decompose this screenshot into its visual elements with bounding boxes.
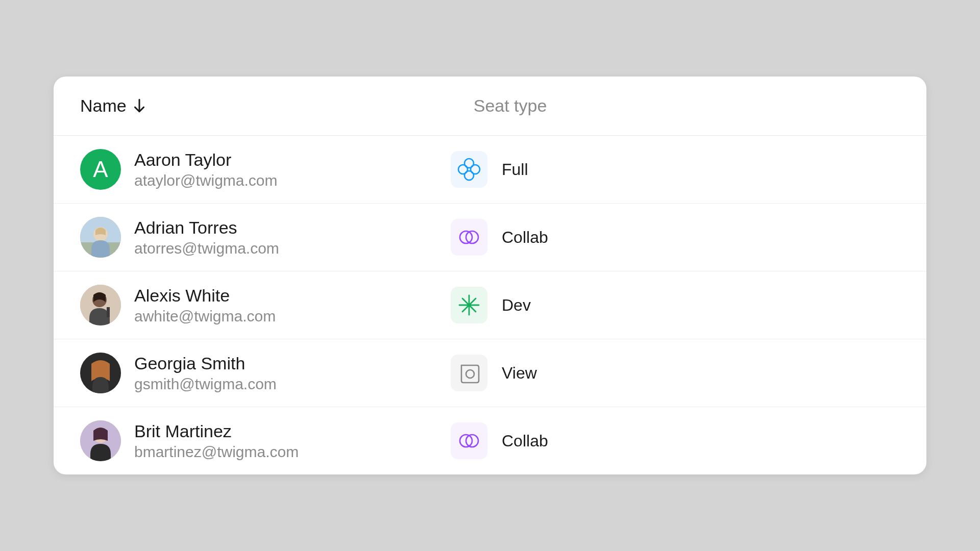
name-cell: Aaron Taylor ataylor@twigma.com [134, 150, 451, 189]
table-row[interactable]: Georgia Smith gsmith@twigma.com View [54, 339, 926, 407]
view-seat-icon [451, 355, 487, 391]
name-cell: Brit Martinez bmartinez@twigma.com [134, 421, 451, 461]
table-header: Name Seat type [54, 77, 926, 136]
user-name: Aaron Taylor [134, 150, 451, 170]
seat-type-label: Full [502, 160, 528, 179]
user-email: atorres@twigma.com [134, 240, 451, 257]
seat-cell[interactable]: View [451, 355, 537, 391]
table-row[interactable]: Brit Martinez bmartinez@twigma.com Colla… [54, 407, 926, 474]
seat-cell[interactable]: Collab [451, 219, 548, 256]
avatar [80, 353, 121, 393]
avatar [80, 420, 121, 461]
seat-cell[interactable]: Collab [451, 422, 548, 459]
table-row[interactable]: A Aaron Taylor ataylor@twigma.com Full [54, 136, 926, 204]
column-header-name-label: Name [80, 96, 127, 116]
seat-cell[interactable]: Full [451, 151, 528, 188]
user-email: bmartinez@twigma.com [134, 443, 451, 461]
avatar-initial: A [93, 157, 108, 182]
table-row[interactable]: Alexis White awhite@twigma.com Dev [54, 271, 926, 339]
name-cell: Adrian Torres atorres@twigma.com [134, 218, 451, 257]
user-email: ataylor@twigma.com [134, 172, 451, 189]
sort-descending-icon [133, 98, 146, 114]
collab-seat-icon [451, 422, 487, 459]
user-name: Brit Martinez [134, 421, 451, 441]
svg-point-3 [471, 165, 480, 174]
seat-type-label: Collab [502, 432, 548, 450]
seat-type-label: Dev [502, 296, 531, 315]
column-header-name[interactable]: Name [80, 96, 146, 116]
name-cell: Georgia Smith gsmith@twigma.com [134, 354, 451, 393]
seat-type-label: Collab [502, 228, 548, 247]
svg-rect-11 [107, 307, 110, 317]
user-name: Georgia Smith [134, 354, 451, 373]
seat-cell[interactable]: Dev [451, 287, 531, 323]
name-cell: Alexis White awhite@twigma.com [134, 286, 451, 325]
user-email: awhite@twigma.com [134, 308, 451, 325]
dev-seat-icon [451, 287, 487, 323]
full-seat-icon [451, 151, 487, 188]
user-name: Alexis White [134, 286, 451, 306]
svg-point-2 [458, 165, 468, 174]
user-email: gsmith@twigma.com [134, 375, 451, 393]
table-row[interactable]: Adrian Torres atorres@twigma.com Collab [54, 204, 926, 271]
avatar: A [80, 149, 121, 190]
svg-point-14 [466, 370, 474, 378]
user-name: Adrian Torres [134, 218, 451, 238]
column-header-seat-type-label: Seat type [474, 96, 547, 115]
avatar [80, 217, 121, 258]
users-table-card: Name Seat type A Aaron Taylor ataylor@tw… [54, 77, 926, 474]
column-header-seat-type[interactable]: Seat type [474, 96, 547, 116]
collab-seat-icon [451, 219, 487, 256]
seat-type-label: View [502, 364, 537, 383]
avatar [80, 285, 121, 325]
